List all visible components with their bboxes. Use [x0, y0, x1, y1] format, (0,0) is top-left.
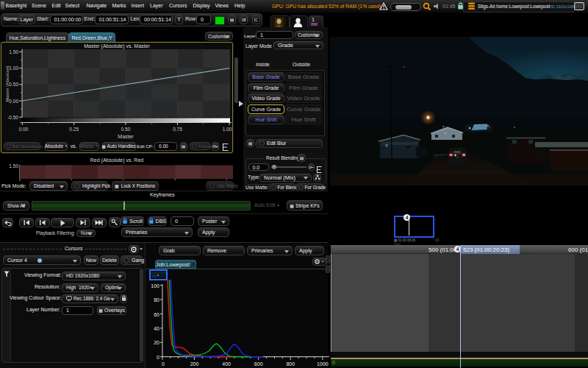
svg-text:20: 20 [154, 340, 159, 345]
svg-text:60: 60 [154, 312, 159, 317]
svg-text:40: 40 [154, 326, 159, 331]
svg-text:Master (Absolute) vs. Master: Master (Absolute) vs. Master [84, 43, 150, 49]
svg-text:1.00: 1.00 [223, 127, 232, 132]
svg-text:100: 100 [151, 283, 159, 289]
svg-text:1.50: 1.50 [9, 163, 18, 169]
svg-text:1.00: 1.00 [9, 66, 18, 71]
svg-text:600: 600 [254, 361, 263, 367]
svg-text:0.25: 0.25 [69, 127, 79, 132]
svg-text:0: 0 [162, 361, 165, 367]
svg-text:200: 200 [190, 361, 199, 367]
svg-text:80: 80 [154, 297, 159, 302]
svg-text:Master: Master [118, 134, 134, 139]
svg-text:0.00: 0.00 [9, 99, 18, 104]
svg-text:0.75: 0.75 [173, 127, 182, 132]
svg-text:Master (Absolute): Master (Absolute) [4, 66, 10, 102]
svg-text:1.50: 1.50 [9, 49, 18, 54]
svg-text:0.50: 0.50 [121, 127, 131, 132]
svg-text:0.00: 0.00 [19, 127, 29, 132]
svg-text:0: 0 [157, 355, 159, 360]
svg-text:1000: 1000 [317, 361, 329, 367]
svg-text:-0.50: -0.50 [7, 115, 18, 120]
svg-text:Red (Absolute) vs. Red: Red (Absolute) vs. Red [90, 158, 143, 163]
svg-text:0.50: 0.50 [9, 82, 18, 87]
svg-text:400: 400 [222, 361, 231, 367]
svg-text:800: 800 [286, 361, 295, 367]
